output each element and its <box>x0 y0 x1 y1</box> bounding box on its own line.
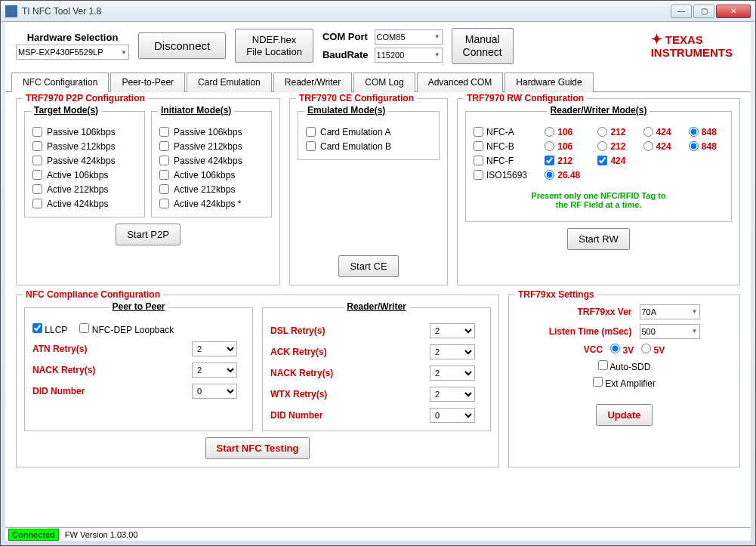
manual-connect-button[interactable]: Manual Connect <box>452 28 514 64</box>
chevron-down-icon: ▼ <box>434 51 440 58</box>
wtx-retry-select[interactable]: 2 <box>430 387 475 402</box>
listen-time-dropdown[interactable]: 500▼ <box>640 324 700 339</box>
hardware-selection-dropdown[interactable]: MSP-EXP430F5529LP▼ <box>16 45 129 60</box>
p2p-target-checkbox-4[interactable]: Active 212kbps <box>32 184 137 195</box>
rw-nack-retry-label: NACK Retry(s) <box>270 368 419 378</box>
tab-card-emulation[interactable]: Card Emulation <box>187 72 272 92</box>
start-rw-button[interactable]: Start RW <box>567 228 630 250</box>
tab-bar: NFC Configuration Peer-to-Peer Card Emul… <box>5 72 751 92</box>
rw-nfc-b-848[interactable]: 848 <box>689 141 724 152</box>
ncc-p2p-title: Peer to Peer <box>109 301 168 312</box>
llcp-checkbox[interactable]: LLCP <box>32 323 67 335</box>
ce-checkbox-0[interactable]: Card Emulation A <box>306 127 431 137</box>
baudrate-dropdown[interactable]: 115200▼ <box>375 48 443 63</box>
rw-panel-title: TRF7970 RW Configuration <box>464 93 587 103</box>
p2p-initiator-checkbox-4[interactable]: Active 212kbps <box>159 184 264 195</box>
com-port-dropdown[interactable]: COM85▼ <box>375 29 443 45</box>
app-icon <box>5 5 17 17</box>
chevron-down-icon: ▼ <box>434 33 440 40</box>
status-fw-version: FW Version 1.03.00 <box>62 530 141 539</box>
wtx-retry-label: WTX Retry(s) <box>270 389 419 399</box>
ce-checkbox-1[interactable]: Card Emulation B <box>306 141 431 152</box>
p2p-target-checkbox-3[interactable]: Active 106kbps <box>32 170 137 180</box>
rw-nfc-b-424[interactable]: 424 <box>643 141 678 152</box>
rw-nfc-a-424[interactable]: 424 <box>643 127 678 137</box>
tab-advanced-com[interactable]: Advanced COM <box>417 72 504 92</box>
rw-nfc-a-106[interactable]: 106 <box>545 127 587 137</box>
vcc-3v-radio[interactable]: 3V <box>610 344 634 356</box>
rw-did-number-label: DID Number <box>270 410 419 421</box>
start-p2p-button[interactable]: Start P2P <box>116 224 181 245</box>
baudrate-label: BaudRate <box>322 49 369 60</box>
rw-nfc-b-checkbox[interactable]: NFC-B <box>474 141 534 152</box>
com-port-label: COM Port <box>322 31 369 42</box>
ncc-rw-title: Reader/Writer <box>344 301 409 312</box>
start-ce-button[interactable]: Start CE <box>338 255 398 277</box>
did-number-label: DID Number <box>32 386 181 396</box>
atn-retry-label: ATN Retry(s) <box>32 344 181 354</box>
p2p-initiator-checkbox-1[interactable]: Passive 212kbps <box>159 141 264 152</box>
p2p-target-checkbox-5[interactable]: Active 424kbps <box>32 199 137 209</box>
target-modes-title: Target Mode(s) <box>31 105 101 116</box>
p2p-initiator-checkbox-3[interactable]: Active 106kbps <box>159 170 264 180</box>
rw-nfc-b-106[interactable]: 106 <box>545 141 587 152</box>
initiator-modes-title: Initiator Mode(s) <box>158 105 234 116</box>
p2p-initiator-checkbox-2[interactable]: Passive 424kbps <box>159 156 264 166</box>
did-number-select[interactable]: 0 <box>192 384 237 399</box>
ncc-panel-title: NFC Compliance Configuration <box>23 289 163 300</box>
ti-logo: ✦ TEXAS INSTRUMENTS <box>651 32 740 59</box>
rw-nack-retry-select[interactable]: 2 <box>430 366 475 381</box>
p2p-panel-title: TRF7970 P2P Configuration <box>23 93 148 103</box>
rw-nfc-f-212[interactable]: 212 <box>545 156 587 166</box>
window-title: TI NFC Tool Ver 1.8 <box>22 6 671 17</box>
p2p-target-checkbox-2[interactable]: Passive 424kbps <box>32 156 137 166</box>
rw-hint: Present only one NFC/RFID Tag to the RF … <box>474 191 724 209</box>
rw-iso15693-26.48[interactable]: 26.48 <box>545 170 587 180</box>
tab-peer-to-peer[interactable]: Peer-to-Peer <box>110 72 185 92</box>
vcc-5v-radio[interactable]: 5V <box>641 344 665 356</box>
atn-retry-select[interactable]: 2 <box>192 341 237 356</box>
tab-com-log[interactable]: COM Log <box>353 72 415 92</box>
close-button[interactable]: ✕ <box>716 5 751 18</box>
p2p-initiator-checkbox-5[interactable]: Active 424kbps * <box>159 199 264 209</box>
minimize-button[interactable]: — <box>671 5 692 18</box>
chevron-down-icon: ▼ <box>121 49 127 56</box>
ndef-file-location-button[interactable]: NDEF.hex File Location <box>235 29 313 63</box>
disconnect-button[interactable]: Disconnect <box>138 32 226 59</box>
nfcdep-loopback-checkbox[interactable]: NFC-DEP Loopback <box>79 323 174 335</box>
rw-nfc-a-checkbox[interactable]: NFC-A <box>474 127 534 137</box>
status-connected: Connected <box>8 529 59 541</box>
tab-nfc-configuration[interactable]: NFC Configuration <box>11 72 109 92</box>
dsl-retry-label: DSL Retry(s) <box>270 325 419 336</box>
trf-panel-title: TRF79xx Settings <box>515 289 597 300</box>
rw-nfc-b-212[interactable]: 212 <box>597 141 632 152</box>
trf-ver-dropdown[interactable]: 70A▼ <box>640 304 700 319</box>
listen-time-label: Listen Time (mSec) <box>549 326 632 337</box>
rw-nfc-a-848[interactable]: 848 <box>689 127 724 137</box>
auto-sdd-checkbox[interactable]: Auto-SDD <box>598 360 651 372</box>
rw-nfc-f-checkbox[interactable]: NFC-F <box>474 156 534 166</box>
nack-retry-select[interactable]: 2 <box>192 362 237 378</box>
hardware-selection-label: Hardware Selection <box>16 32 129 43</box>
update-button[interactable]: Update <box>596 404 652 426</box>
rw-iso15693-checkbox[interactable]: ISO15693 <box>474 170 534 180</box>
ce-panel-title: TRF7970 CE Configuration <box>296 93 417 103</box>
ack-retry-label: ACK Retry(s) <box>270 347 419 357</box>
ack-retry-select[interactable]: 2 <box>430 344 475 359</box>
start-nfc-testing-button[interactable]: Start NFC Testing <box>205 437 310 459</box>
maximize-button[interactable]: ▢ <box>693 5 714 18</box>
rw-did-number-select[interactable]: 0 <box>430 408 475 423</box>
tab-hardware-guide[interactable]: Hardware Guide <box>505 72 593 92</box>
rw-nfc-a-212[interactable]: 212 <box>597 127 632 137</box>
nack-retry-label: NACK Retry(s) <box>32 365 181 375</box>
emulated-modes-title: Emulated Mode(s) <box>304 105 388 116</box>
ext-amplifier-checkbox[interactable]: Ext Amplifier <box>593 377 656 389</box>
rw-modes-title: Reader/Writer Mode(s) <box>548 105 650 116</box>
p2p-initiator-checkbox-0[interactable]: Passive 106kbps <box>159 127 264 137</box>
trf-ver-label: TRF79xx Ver <box>549 307 632 317</box>
p2p-target-checkbox-0[interactable]: Passive 106kbps <box>32 127 137 137</box>
p2p-target-checkbox-1[interactable]: Passive 212kbps <box>32 141 137 152</box>
dsl-retry-select[interactable]: 2 <box>430 323 475 338</box>
rw-nfc-f-424[interactable]: 424 <box>597 156 632 166</box>
tab-reader-writer[interactable]: Reader/Writer <box>273 72 352 92</box>
